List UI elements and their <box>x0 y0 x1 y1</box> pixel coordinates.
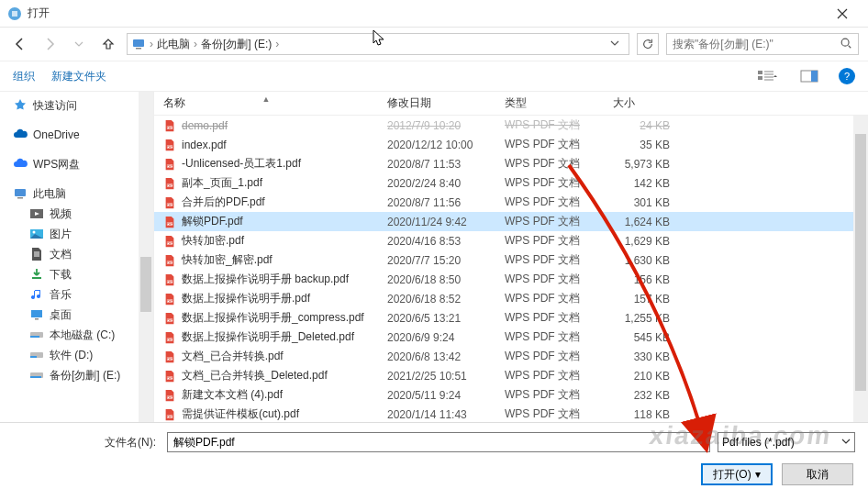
filename-label: 文件名(N): <box>13 435 160 450</box>
file-name-cell: PDF文档_已合并转换.pdf <box>154 349 378 364</box>
file-row[interactable]: PDFindex.pdf2020/12/12 10:00WPS PDF 文档35… <box>154 135 868 154</box>
svg-rect-8 <box>15 189 26 196</box>
file-row[interactable]: PDF数据上报操作说明手册.pdf2020/6/18 8:52WPS PDF 文… <box>154 289 868 308</box>
file-row[interactable]: PDF快转加密.pdf2020/4/16 8:53WPS PDF 文档1,629… <box>154 231 868 250</box>
file-size-cell: 210 KB <box>604 370 686 383</box>
open-button[interactable]: 打开(O) ▾ <box>701 463 773 485</box>
file-row[interactable]: PDF数据上报操作说明手册_compress.pdf2020/6/5 13:21… <box>154 308 868 328</box>
file-row[interactable]: PDF合并后的PDF.pdf2020/8/7 11:56WPS PDF 文档30… <box>154 193 868 212</box>
file-type-cell: WPS PDF 文档 <box>495 291 604 306</box>
organize-button[interactable]: 组织 <box>13 69 35 84</box>
up-button[interactable] <box>97 33 119 55</box>
column-date[interactable]: 修改日期 <box>378 95 495 111</box>
file-type-cell: WPS PDF 文档 <box>495 137 604 152</box>
file-row[interactable]: PDF新建文本文档 (4).pdf2020/5/11 9:24WPS PDF 文… <box>154 385 868 405</box>
svg-text:PDF: PDF <box>167 357 172 361</box>
sidebar-item-disk-c[interactable]: 本地磁盘 (C:) <box>0 325 153 345</box>
sidebar-item-pictures[interactable]: 图片 <box>0 224 153 244</box>
disk-icon <box>29 348 44 362</box>
file-scrollbar[interactable] <box>853 116 868 422</box>
file-size-cell: 118 KB <box>604 408 686 421</box>
file-row[interactable]: PDF快转加密_解密.pdf2020/7/7 15:20WPS PDF 文档1,… <box>154 250 868 270</box>
cancel-button[interactable]: 取消 <box>782 463 853 485</box>
file-row[interactable]: PDF文档_已合并转换.pdf2020/6/8 13:42WPS PDF 文档3… <box>154 347 868 366</box>
file-type-cell: WPS PDF 文档 <box>495 156 604 172</box>
file-date-cell: 2020/8/7 11:53 <box>378 158 495 171</box>
sidebar-item-downloads[interactable]: 下载 <box>0 264 153 284</box>
address-dropdown[interactable] <box>605 38 625 50</box>
file-row[interactable]: PDF数据上报操作说明手册 backup.pdf2020/6/18 8:50WP… <box>154 270 868 289</box>
file-name-cell: PDFindex.pdf <box>154 139 378 151</box>
sidebar-item-this-pc[interactable]: 此电脑 <box>0 183 153 204</box>
file-size-cell: 545 KB <box>604 331 686 344</box>
svg-text:PDF: PDF <box>167 376 172 380</box>
file-type-cell: WPS PDF 文档 <box>495 368 604 383</box>
file-row[interactable]: PDF副本_页面_1.pdf2020/2/24 8:40WPS PDF 文档14… <box>154 173 868 193</box>
refresh-button[interactable] <box>637 33 659 55</box>
file-row[interactable]: PDF需提供证件模板(cut).pdf2020/1/14 11:43WPS PD… <box>154 405 868 422</box>
sidebar-item-onedrive[interactable]: OneDrive <box>0 125 153 145</box>
file-row[interactable]: PDF文档_已合并转换_Deleted.pdf2021/2/25 10:51WP… <box>154 366 868 385</box>
svg-rect-18 <box>30 356 37 358</box>
back-button[interactable] <box>9 33 31 55</box>
video-icon <box>29 206 44 221</box>
file-type-cell: WPS PDF 文档 <box>495 406 604 422</box>
file-date-cell: 2021/2/25 10:51 <box>378 370 495 383</box>
file-size-cell: 1,624 KB <box>604 216 686 228</box>
recent-dropdown[interactable] <box>68 33 90 55</box>
file-row[interactable]: PDFdemo.pdf2012/7/9 10:20WPS PDF 文档24 KB <box>154 116 868 135</box>
sidebar-item-desktop[interactable]: 桌面 <box>0 305 153 325</box>
sidebar-item-wps[interactable]: WPS网盘 <box>0 154 153 174</box>
file-name-cell: PDF快转加密.pdf <box>154 233 378 249</box>
file-name-cell: PDF-Unlicensed-员工表1.pdf <box>154 156 378 172</box>
forward-button[interactable] <box>39 33 61 55</box>
file-size-cell: 35 KB <box>604 139 686 151</box>
search-icon <box>840 37 852 52</box>
file-size-cell: 1,629 KB <box>604 235 686 248</box>
sidebar-item-disk-e[interactable]: 备份[勿删] (E:) <box>0 365 153 385</box>
breadcrumb-separator: › <box>275 38 279 50</box>
column-name[interactable]: ▲名称 <box>154 95 378 111</box>
column-size[interactable]: 大小 <box>604 95 686 111</box>
sidebar-item-videos[interactable]: 视频 <box>0 204 153 224</box>
column-type[interactable]: 类型 <box>495 95 604 111</box>
svg-rect-16 <box>30 336 39 338</box>
desktop-icon <box>29 307 44 322</box>
file-name-cell: PDF需提供证件模板(cut).pdf <box>154 406 378 422</box>
breadcrumb-drive[interactable]: 备份[勿删] (E:) <box>201 37 272 52</box>
help-button[interactable]: ? <box>839 68 855 84</box>
file-row[interactable]: PDF-Unlicensed-员工表1.pdf2020/8/7 11:53WPS… <box>154 154 868 173</box>
scrollbar-thumb[interactable] <box>140 257 151 312</box>
sidebar: 快速访问 OneDrive WPS网盘 此电脑 视频 图片 文档 下载 音乐 桌… <box>0 92 154 422</box>
svg-rect-4 <box>758 71 762 74</box>
search-input[interactable] <box>673 38 840 50</box>
preview-pane-button[interactable] <box>796 66 822 86</box>
file-name-cell: PDF快转加密_解密.pdf <box>154 252 378 268</box>
scrollbar-thumb[interactable] <box>855 134 866 391</box>
search-box[interactable] <box>666 33 859 55</box>
sidebar-scrollbar[interactable] <box>139 92 153 422</box>
close-button[interactable] <box>824 0 861 28</box>
file-row[interactable]: PDF解锁PDF.pdf2020/11/24 9:42WPS PDF 文档1,6… <box>154 212 868 231</box>
sidebar-item-music[interactable]: 音乐 <box>0 284 153 305</box>
music-icon <box>29 287 44 302</box>
sidebar-item-disk-d[interactable]: 软件 (D:) <box>0 345 153 365</box>
file-name-cell: PDF数据上报操作说明手册.pdf <box>154 291 378 306</box>
view-mode-button[interactable] <box>754 66 780 86</box>
star-icon <box>13 98 28 113</box>
file-type-cell: WPS PDF 文档 <box>495 175 604 191</box>
file-size-cell: 232 KB <box>604 389 686 402</box>
filename-input[interactable] <box>167 432 710 452</box>
svg-text:PDF: PDF <box>167 222 172 226</box>
new-folder-button[interactable]: 新建文件夹 <box>51 69 106 84</box>
file-name-cell: PDF副本_页面_1.pdf <box>154 175 378 191</box>
svg-text:PDF: PDF <box>167 318 172 322</box>
sidebar-item-quick-access[interactable]: 快速访问 <box>0 95 153 116</box>
sidebar-item-documents[interactable]: 文档 <box>0 244 153 264</box>
svg-text:PDF: PDF <box>167 338 172 341</box>
file-row[interactable]: PDF数据上报操作说明手册_Deleted.pdf2020/6/9 9:24WP… <box>154 328 868 347</box>
breadcrumb-root[interactable]: 此电脑 <box>157 37 190 52</box>
svg-text:PDF: PDF <box>167 203 172 206</box>
file-name-cell: PDF文档_已合并转换_Deleted.pdf <box>154 368 378 383</box>
file-date-cell: 2020/6/9 9:24 <box>378 331 495 344</box>
